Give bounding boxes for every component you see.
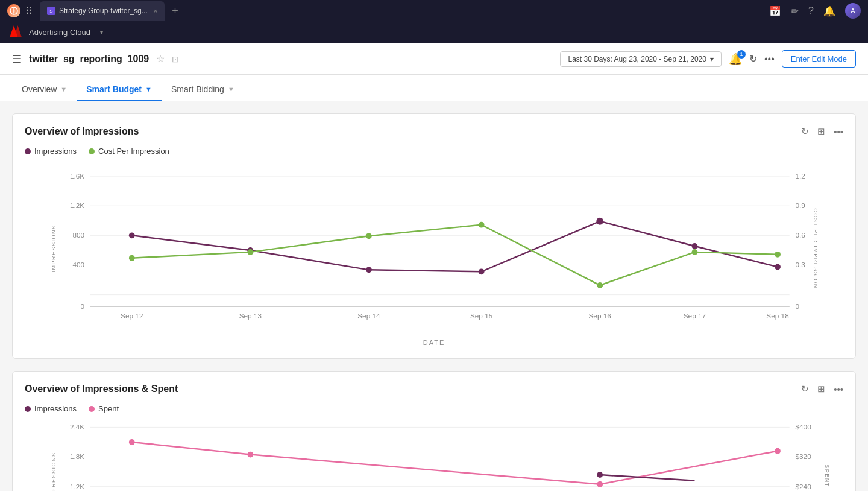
impressions-spent-chart-refresh-icon[interactable]: ↻	[801, 384, 809, 394]
tab-favicon: S	[47, 7, 55, 15]
svg-text:0: 0	[81, 302, 85, 310]
cpi-dot-sep16	[597, 282, 603, 288]
user-avatar[interactable]: A	[845, 3, 861, 19]
smart-bidding-filter-icon[interactable]: ▼	[228, 86, 234, 93]
x-axis-label: DATE	[55, 339, 813, 346]
tab-smart-budget-label: Smart Budget	[86, 84, 142, 94]
impressions-chart-refresh-icon[interactable]: ↻	[801, 126, 809, 137]
smart-budget-filter-icon[interactable]: ▼	[145, 86, 152, 93]
impressions-chart-wrapper: IMPRESSIONS COST PER IMPRESSION 1.6K 1	[25, 163, 843, 346]
svg-text:1.2K: 1.2K	[70, 201, 84, 209]
svg-text:Sep 14: Sep 14	[357, 312, 380, 320]
svg-text:$240: $240	[796, 483, 812, 490]
legend2-impressions-label: Impressions	[34, 404, 77, 413]
hamburger-menu-icon[interactable]: ☰	[12, 52, 22, 66]
impressions-chart-card: Overview of Impressions ↻ ⊞ ••• Impressi…	[12, 113, 856, 359]
impressions-chart-actions: ↻ ⊞ •••	[801, 126, 843, 137]
svg-text:0.9: 0.9	[796, 201, 805, 209]
page-title: twitter_sg_reporting_1009	[29, 54, 149, 65]
svg-text:1.2K: 1.2K	[70, 483, 84, 490]
svg-text:Sep 17: Sep 17	[684, 312, 706, 320]
browser-bar: ⠿ S Strategy Group-twitter_sg... × + 📅 ✏…	[0, 0, 868, 22]
impressions-spent-chart-card: Overview of Impressions & Spent ↻ ⊞ ••• …	[12, 371, 856, 491]
edit-mode-button[interactable]: Enter Edit Mode	[782, 50, 856, 68]
impressions-spent-chart-container: IMPRESSIONS SPENT 2.4K 1.8K 1.2K $400	[55, 420, 813, 491]
svg-text:$320: $320	[796, 452, 812, 460]
legend2-impressions: Impressions	[25, 404, 77, 413]
share-icon[interactable]: ⊡	[172, 54, 179, 64]
svg-text:2.4K: 2.4K	[70, 423, 84, 431]
calendar-icon[interactable]: 📅	[769, 5, 781, 17]
app-title-label: Advertising Cloud	[29, 28, 90, 37]
svg-text:400: 400	[72, 261, 84, 268]
tab-smart-bidding[interactable]: Smart Bidding ▼	[162, 78, 244, 101]
new-tab-button[interactable]: +	[172, 5, 178, 17]
nav-tabs: Overview ▼ Smart Budget ▼ Smart Bidding …	[0, 75, 868, 101]
adobe-logo	[10, 25, 22, 39]
impressions-spent-chart-more-icon[interactable]: •••	[834, 384, 843, 394]
impressions-chart-container: IMPRESSIONS COST PER IMPRESSION 1.6K 1	[55, 163, 813, 334]
app-title-caret[interactable]: ▾	[100, 29, 103, 36]
svg-text:0.6: 0.6	[796, 231, 806, 239]
legend-impressions-dot	[25, 148, 31, 154]
cpi-dot-sep18	[775, 252, 781, 258]
impressions-chart-filter-icon[interactable]: ⊞	[817, 126, 825, 137]
y2-left-axis-label: IMPRESSIONS	[51, 452, 57, 491]
legend-cpi-label: Cost Per Impression	[98, 147, 169, 156]
notification-icon[interactable]: 🔔	[823, 5, 835, 17]
browser-tab[interactable]: S Strategy Group-twitter_sg... ×	[40, 1, 165, 21]
cpi-dot-sep17	[692, 249, 698, 255]
favorite-star-icon[interactable]: ☆	[156, 53, 165, 65]
impressions-spent-legend: Impressions Spent	[25, 404, 843, 413]
impressions-chart-more-icon[interactable]: •••	[834, 127, 843, 137]
legend-impressions: Impressions	[25, 147, 77, 156]
impressions-dot-sep15	[479, 268, 485, 274]
cpi-dot-sep12	[129, 255, 135, 261]
svg-text:1.8K: 1.8K	[70, 452, 84, 460]
spent-line	[132, 442, 778, 484]
impressions2-dot-sep16	[597, 472, 603, 478]
impressions-chart-svg: 1.6K 1.2K 800 400 0 1.2 0.9 0.6 0.3 0 Se…	[55, 163, 813, 332]
legend2-spent: Spent	[89, 404, 119, 413]
cpi-line	[132, 225, 778, 285]
date-range-label: Last 30 Days: Aug 23, 2020 - Sep 21, 202…	[568, 55, 706, 63]
tab-overview-label: Overview	[22, 84, 57, 94]
refresh-button[interactable]: ↻	[749, 53, 757, 65]
legend2-spent-dot	[89, 406, 95, 412]
svg-text:1.2: 1.2	[796, 172, 805, 180]
y2-right-axis-label: SPENT	[824, 464, 830, 487]
legend-cpi-dot	[89, 148, 95, 154]
legend-impressions-label: Impressions	[34, 147, 77, 156]
cpi-dot-sep15	[479, 222, 485, 228]
impressions-dot-sep16	[596, 218, 603, 225]
impressions-dot-sep17	[692, 243, 698, 249]
more-options-button[interactable]: •••	[764, 54, 775, 65]
tab-title: Strategy Group-twitter_sg...	[59, 7, 148, 15]
impressions-spent-chart-actions: ↻ ⊞ •••	[801, 384, 843, 394]
spent-dot-sep16	[597, 481, 603, 487]
tab-close-icon[interactable]: ×	[154, 7, 157, 14]
impressions-spent-chart-filter-icon[interactable]: ⊞	[817, 384, 825, 394]
browser-logo	[7, 4, 20, 17]
edit-icon[interactable]: ✏	[791, 5, 799, 17]
impressions-dot-sep12	[129, 232, 135, 238]
apps-grid-icon[interactable]: ⠿	[25, 5, 33, 17]
spent-dot-sep13	[247, 452, 253, 458]
tab-overview[interactable]: Overview ▼	[12, 78, 77, 101]
svg-text:$400: $400	[796, 423, 812, 431]
help-icon[interactable]: ?	[808, 5, 814, 16]
content-area: Overview of Impressions ↻ ⊞ ••• Impressi…	[0, 101, 868, 491]
notification-badge: 1	[737, 50, 746, 59]
impressions-spent-chart-header: Overview of Impressions & Spent ↻ ⊞ •••	[25, 384, 843, 394]
cpi-dot-sep13	[247, 249, 253, 255]
legend-cpi: Cost Per Impression	[89, 147, 169, 156]
date-range-button[interactable]: Last 30 Days: Aug 23, 2020 - Sep 21, 202…	[560, 51, 722, 67]
svg-text:Sep 13: Sep 13	[239, 312, 262, 320]
notification-button[interactable]: 🔔 1	[729, 52, 742, 66]
tab-smart-budget[interactable]: Smart Budget ▼	[77, 78, 162, 101]
svg-text:Sep 12: Sep 12	[121, 312, 143, 320]
toolbar-right: 🔔 1 ↻ ••• Enter Edit Mode	[729, 50, 856, 68]
impressions-dot-sep18	[775, 264, 781, 270]
overview-filter-icon[interactable]: ▼	[60, 86, 67, 93]
svg-text:0.3: 0.3	[796, 261, 806, 268]
